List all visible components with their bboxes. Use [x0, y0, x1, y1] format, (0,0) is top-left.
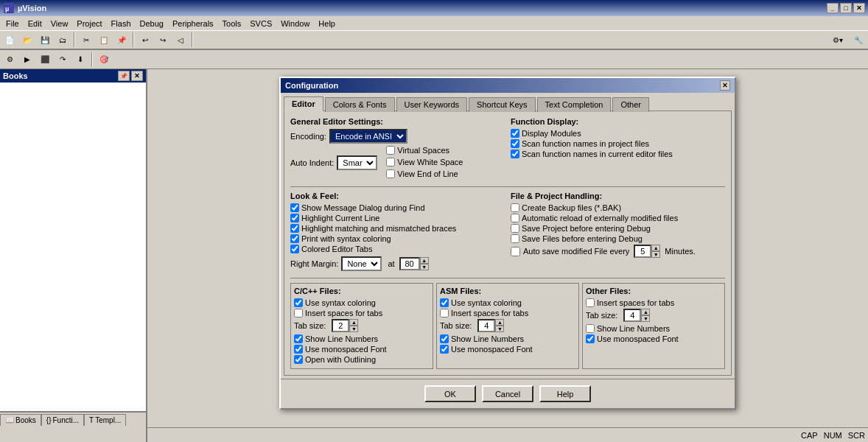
menu-peripherals[interactable]: Peripherals	[168, 18, 218, 29]
cpp-insert-spaces-checkbox[interactable]	[294, 309, 303, 318]
other-monospaced-checkbox[interactable]	[586, 334, 595, 343]
view-white-space-checkbox[interactable]	[386, 158, 395, 166]
show-message-dialog-checkbox[interactable]	[290, 203, 299, 212]
cut-button[interactable]: ✂	[78, 32, 94, 48]
options-button[interactable]: ⚙▾	[827, 32, 849, 48]
auto-save-down-button[interactable]: ▼	[651, 251, 660, 258]
right-margin-select[interactable]: None	[341, 256, 382, 271]
margin-up-button[interactable]: ▲	[420, 257, 429, 264]
cpp-tab-spinbox: ▲ ▼	[332, 319, 358, 332]
cpp-use-syntax-checkbox[interactable]	[294, 298, 303, 307]
save-files-checkbox[interactable]	[511, 234, 519, 243]
copy-button[interactable]: 📋	[96, 32, 112, 48]
asm-show-line-numbers-checkbox[interactable]	[440, 334, 449, 343]
auto-save-checkbox[interactable]	[511, 247, 520, 256]
sidebar-close-button[interactable]: ✕	[131, 71, 143, 81]
view-end-of-line-checkbox[interactable]	[386, 169, 395, 178]
create-backup-checkbox[interactable]	[511, 203, 519, 212]
display-modules-checkbox[interactable]	[511, 129, 519, 138]
asm-monospaced-checkbox[interactable]	[440, 345, 449, 354]
paste-button[interactable]: 📌	[113, 32, 130, 48]
virtual-spaces-checkbox[interactable]	[386, 146, 395, 155]
auto-reload-checkbox[interactable]	[511, 214, 519, 222]
other-insert-spaces-checkbox[interactable]	[586, 298, 595, 307]
menu-window[interactable]: Window	[276, 18, 314, 29]
tab-colors-fonts[interactable]: Colors & Fonts	[325, 97, 395, 112]
cpp-tab-down-button[interactable]: ▼	[349, 326, 358, 332]
margin-input[interactable]	[399, 257, 420, 270]
scan-editor-checkbox[interactable]	[511, 150, 519, 158]
cancel-button[interactable]: Cancel	[482, 385, 533, 402]
highlight-braces-checkbox[interactable]	[290, 224, 299, 233]
build-btn[interactable]: ⚙	[1, 52, 18, 68]
cpp-tab-input[interactable]	[332, 319, 349, 332]
other-tab-up-button[interactable]: ▲	[641, 309, 650, 315]
window-controls[interactable]: _ □ ✕	[827, 3, 865, 13]
menu-file[interactable]: File	[1, 18, 24, 29]
other-tab-input[interactable]	[623, 309, 641, 322]
tab-text-completion[interactable]: Text Completion	[537, 97, 612, 112]
books-tab[interactable]: 📖 Books	[0, 414, 41, 426]
colored-editor-tabs-row: Colored Editor Tabs	[290, 245, 505, 253]
encoding-select[interactable]: Encode in ANSI	[329, 129, 407, 144]
menu-svcs[interactable]: SVCS	[245, 18, 276, 29]
cpp-show-line-numbers-checkbox[interactable]	[294, 334, 303, 343]
cpp-tab-up-button[interactable]: ▲	[349, 319, 358, 326]
highlight-current-line-checkbox[interactable]	[290, 214, 299, 222]
save-button[interactable]: 💾	[37, 32, 53, 48]
menu-project[interactable]: Project	[72, 18, 106, 29]
sidebar-pin-button[interactable]: 📌	[118, 71, 130, 81]
scan-project-row: Scan function names in project files	[511, 139, 725, 148]
minimize-button[interactable]: _	[827, 3, 839, 13]
tab-other[interactable]: Other	[612, 97, 649, 112]
menu-edit[interactable]: Edit	[24, 18, 46, 29]
new-button[interactable]: 📄	[1, 32, 18, 48]
print-syntax-checkbox[interactable]	[290, 234, 299, 243]
menu-tools[interactable]: Tools	[218, 18, 246, 29]
maximize-button[interactable]: □	[840, 3, 852, 13]
other-tab-down-button[interactable]: ▼	[641, 315, 650, 322]
target-btn[interactable]: 🎯	[96, 52, 112, 68]
tools-button[interactable]: 🔧	[850, 32, 867, 48]
tab-shortcut-keys[interactable]: Shortcut Keys	[469, 97, 535, 112]
margin-down-button[interactable]: ▼	[420, 264, 429, 270]
menu-help[interactable]: Help	[314, 18, 340, 29]
tab-bar: Editor Colors & Fonts User Keywords Shor…	[281, 93, 735, 110]
stop-btn[interactable]: ⬛	[37, 52, 53, 68]
other-show-line-numbers-checkbox[interactable]	[586, 324, 595, 333]
menu-debug[interactable]: Debug	[136, 18, 168, 29]
ok-button[interactable]: OK	[424, 385, 476, 402]
nav-back-button[interactable]: ◁	[172, 32, 189, 48]
tab-user-keywords[interactable]: User Keywords	[396, 97, 468, 112]
asm-tab-input[interactable]	[477, 319, 495, 332]
cpp-outlining-checkbox[interactable]	[294, 355, 303, 364]
functi-tab[interactable]: {} Functi...	[41, 414, 84, 426]
undo-button[interactable]: ↩	[137, 32, 153, 48]
download-btn[interactable]: ⬇	[72, 52, 88, 68]
run-btn[interactable]: ▶	[19, 52, 35, 68]
save-project-checkbox[interactable]	[511, 224, 519, 233]
menu-view[interactable]: View	[46, 18, 73, 29]
scan-project-checkbox[interactable]	[511, 139, 519, 148]
save-project-row: Save Project before entering Debug	[511, 224, 725, 233]
asm-insert-spaces-checkbox[interactable]	[440, 309, 449, 318]
help-button[interactable]: Help	[539, 385, 591, 402]
auto-save-up-button[interactable]: ▲	[651, 245, 660, 251]
cpp-monospaced-checkbox[interactable]	[294, 345, 303, 354]
menu-flash[interactable]: Flash	[107, 18, 136, 29]
colored-editor-tabs-checkbox[interactable]	[290, 245, 299, 253]
save-all-button[interactable]: 🗂	[55, 32, 71, 48]
templ-tab[interactable]: T Templ...	[84, 414, 126, 426]
tab-editor[interactable]: Editor	[284, 97, 323, 111]
open-button[interactable]: 📂	[19, 32, 35, 48]
auto-indent-select[interactable]: Smart	[337, 155, 377, 170]
dialog-close-button[interactable]: ✕	[720, 80, 730, 91]
step-btn[interactable]: ↷	[55, 52, 71, 68]
redo-button[interactable]: ↪	[155, 32, 171, 48]
asm-tab-down-button[interactable]: ▼	[495, 326, 504, 332]
asm-tab-up-button[interactable]: ▲	[495, 319, 504, 326]
close-button[interactable]: ✕	[853, 3, 865, 13]
other-files-section: Other Files: Insert spaces for tabs Tab …	[582, 283, 725, 369]
asm-use-syntax-checkbox[interactable]	[440, 298, 449, 307]
auto-save-input[interactable]	[634, 245, 651, 258]
